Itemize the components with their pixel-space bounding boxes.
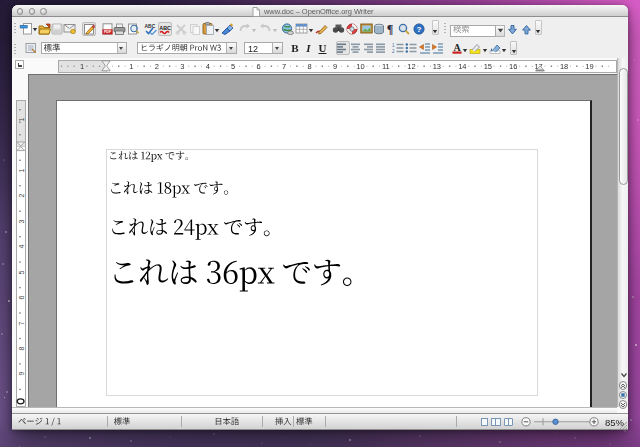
svg-text:ABC: ABC <box>145 23 156 29</box>
svg-text:PDF: PDF <box>103 30 111 34</box>
svg-text:?: ? <box>417 25 422 34</box>
svg-text:ABC: ABC <box>159 24 171 30</box>
svg-text:A: A <box>453 42 461 53</box>
svg-text:2: 2 <box>392 49 395 54</box>
svg-text:¶: ¶ <box>387 22 393 35</box>
svg-text:1: 1 <box>392 43 395 48</box>
